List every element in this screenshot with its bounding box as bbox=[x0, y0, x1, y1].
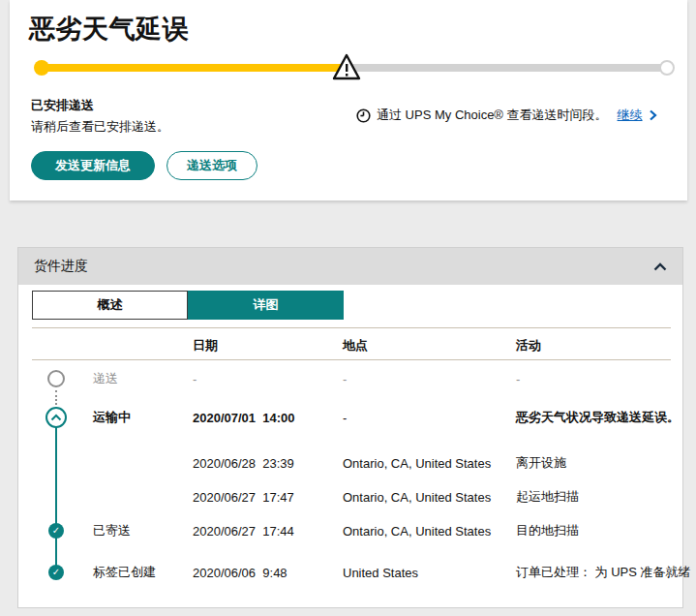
row-location: Ontario, CA, United States bbox=[343, 456, 491, 471]
row-location: - bbox=[343, 372, 347, 386]
check-circle-icon: ✓ bbox=[48, 565, 64, 580]
row-activity: 恶劣天气状况导致递送延误。 bbox=[516, 409, 680, 426]
row-location: - bbox=[343, 411, 347, 425]
column-header-date: 日期 bbox=[193, 337, 218, 354]
row-date: 2020/06/27 17:44 bbox=[193, 524, 294, 539]
tab-detail[interactable]: 详图 bbox=[188, 291, 344, 320]
mychoice-note: 通过 UPS My Choice® 查看递送时间段。 继续 bbox=[356, 107, 657, 124]
row-date: 2020/06/06 9:48 bbox=[193, 566, 287, 580]
row-location: Ontario, CA, United States bbox=[343, 490, 491, 505]
row-activity: - bbox=[516, 372, 520, 386]
row-date: 2020/06/28 23:39 bbox=[193, 456, 294, 471]
row-activity: 订单已处理： 为 UPS 准备就绪 bbox=[516, 564, 691, 581]
divider bbox=[32, 327, 671, 328]
row-activity: 目的地扫描 bbox=[516, 522, 579, 539]
timeline-dotted-connector bbox=[55, 390, 57, 405]
send-updates-button[interactable]: 发送更新信息 bbox=[31, 151, 155, 180]
continue-link[interactable]: 继续 bbox=[618, 107, 643, 124]
row-activity: 离开设施 bbox=[516, 454, 566, 472]
column-header-location: 地点 bbox=[343, 337, 368, 354]
shipment-progress-card: 货件进度 概述 详图 日期 地点 活动 ✓ ✓ 递送 - - - 运输中 202… bbox=[17, 247, 683, 608]
row-activity: 起运地扫描 bbox=[516, 488, 579, 506]
progress-end-dot bbox=[659, 60, 675, 76]
column-header-activity: 活动 bbox=[516, 337, 541, 354]
chevron-up-icon bbox=[653, 262, 667, 271]
row-status: 标签已创建 bbox=[93, 564, 156, 581]
row-date: 2020/06/27 17:47 bbox=[193, 490, 294, 505]
delivery-options-button[interactable]: 递送选项 bbox=[166, 151, 257, 180]
page-title: 恶劣天气延误 bbox=[29, 12, 189, 46]
row-location: Ontario, CA, United States bbox=[343, 524, 491, 539]
delivery-progress-bar bbox=[34, 60, 673, 85]
view-tabs: 概述 详图 bbox=[32, 291, 344, 320]
collapse-toggle[interactable] bbox=[653, 262, 667, 271]
progress-remaining-segment bbox=[344, 64, 661, 72]
timeline-solid-connector bbox=[55, 426, 57, 573]
row-status: 已寄送 bbox=[93, 522, 131, 539]
delay-alert-card: 恶劣天气延误 已安排递送 请稍后查看已安排递送。 通过 UPS My Choic… bbox=[10, 0, 687, 200]
progress-start-dot bbox=[34, 60, 49, 76]
clock-icon bbox=[356, 108, 371, 123]
divider bbox=[32, 359, 671, 360]
mychoice-text: 通过 UPS My Choice® 查看递送时间段。 bbox=[377, 107, 608, 124]
warning-triangle-icon bbox=[332, 53, 361, 80]
chevron-up-circle-icon[interactable] bbox=[45, 407, 67, 428]
shipment-progress-title: 货件进度 bbox=[34, 258, 88, 275]
check-circle-icon: ✓ bbox=[48, 523, 64, 539]
row-status: 递送 bbox=[93, 370, 118, 387]
empty-circle-icon bbox=[47, 370, 65, 387]
row-status: 运输中 bbox=[93, 409, 131, 426]
alert-actions: 发送更新信息 递送选项 bbox=[31, 151, 257, 180]
row-date: 2020/07/01 14:00 bbox=[193, 411, 295, 425]
chevron-right-icon[interactable] bbox=[649, 109, 657, 121]
shipment-progress-header: 货件进度 bbox=[18, 248, 682, 285]
progress-completed-segment bbox=[42, 64, 344, 72]
tab-overview[interactable]: 概述 bbox=[32, 291, 188, 320]
status-title: 已安排递送 bbox=[31, 97, 94, 114]
row-location: United States bbox=[343, 566, 418, 580]
row-date: - bbox=[193, 372, 197, 386]
status-subtitle: 请稍后查看已安排递送。 bbox=[31, 118, 169, 136]
